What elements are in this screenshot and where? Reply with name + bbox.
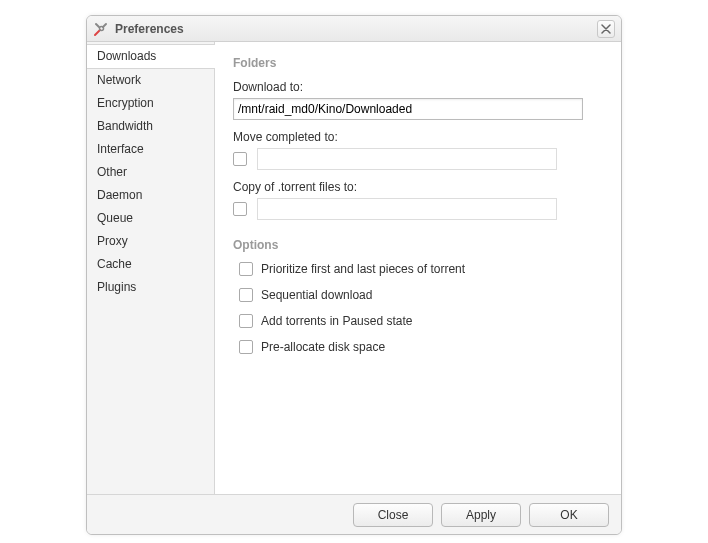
- sidebar-item-label: Interface: [97, 142, 144, 156]
- prioritize-pieces-checkbox[interactable]: [239, 262, 253, 276]
- sidebar-item-other[interactable]: Other: [87, 161, 214, 184]
- sidebar-item-queue[interactable]: Queue: [87, 207, 214, 230]
- sidebar-item-cache[interactable]: Cache: [87, 253, 214, 276]
- sidebar-item-label: Encryption: [97, 96, 154, 110]
- options-heading: Options: [233, 238, 603, 252]
- sidebar-item-label: Queue: [97, 211, 133, 225]
- close-icon: [601, 24, 611, 34]
- option-label: Prioritize first and last pieces of torr…: [261, 262, 465, 276]
- preferences-window: Preferences Downloads Network Encryption…: [86, 15, 622, 535]
- sidebar-item-bandwidth[interactable]: Bandwidth: [87, 115, 214, 138]
- wrench-screwdriver-icon: [93, 21, 109, 37]
- option-label: Pre-allocate disk space: [261, 340, 385, 354]
- paused-state-checkbox[interactable]: [239, 314, 253, 328]
- sidebar-item-encryption[interactable]: Encryption: [87, 92, 214, 115]
- copy-torrent-input[interactable]: [257, 198, 557, 220]
- option-row: Prioritize first and last pieces of torr…: [239, 262, 603, 276]
- option-row: Add torrents in Paused state: [239, 314, 603, 328]
- sidebar-item-label: Plugins: [97, 280, 136, 294]
- sidebar-item-label: Downloads: [97, 49, 156, 63]
- apply-button[interactable]: Apply: [441, 503, 521, 527]
- sidebar-item-network[interactable]: Network: [87, 69, 214, 92]
- button-label: Close: [378, 508, 409, 522]
- download-to-input[interactable]: [233, 98, 583, 120]
- titlebar: Preferences: [87, 16, 621, 42]
- sidebar-item-proxy[interactable]: Proxy: [87, 230, 214, 253]
- sidebar: Downloads Network Encryption Bandwidth I…: [87, 42, 215, 494]
- dialog-footer: Close Apply OK: [87, 494, 621, 534]
- sidebar-item-interface[interactable]: Interface: [87, 138, 214, 161]
- download-to-label: Download to:: [233, 80, 603, 94]
- window-title: Preferences: [115, 22, 184, 36]
- copy-torrent-checkbox[interactable]: [233, 202, 247, 216]
- option-label: Sequential download: [261, 288, 372, 302]
- move-completed-checkbox[interactable]: [233, 152, 247, 166]
- content-pane: Folders Download to: Move completed to: …: [215, 42, 621, 494]
- copy-torrent-label: Copy of .torrent files to:: [233, 180, 603, 194]
- button-label: OK: [560, 508, 577, 522]
- move-completed-label: Move completed to:: [233, 130, 603, 144]
- sidebar-item-plugins[interactable]: Plugins: [87, 276, 214, 299]
- sidebar-item-downloads[interactable]: Downloads: [87, 44, 215, 69]
- option-label: Add torrents in Paused state: [261, 314, 412, 328]
- sequential-download-checkbox[interactable]: [239, 288, 253, 302]
- sidebar-item-daemon[interactable]: Daemon: [87, 184, 214, 207]
- sidebar-item-label: Network: [97, 73, 141, 87]
- sidebar-item-label: Daemon: [97, 188, 142, 202]
- close-button[interactable]: Close: [353, 503, 433, 527]
- dialog-body: Downloads Network Encryption Bandwidth I…: [87, 42, 621, 494]
- sidebar-item-label: Cache: [97, 257, 132, 271]
- preallocate-checkbox[interactable]: [239, 340, 253, 354]
- sidebar-item-label: Bandwidth: [97, 119, 153, 133]
- move-completed-input[interactable]: [257, 148, 557, 170]
- button-label: Apply: [466, 508, 496, 522]
- sidebar-item-label: Other: [97, 165, 127, 179]
- ok-button[interactable]: OK: [529, 503, 609, 527]
- close-window-button[interactable]: [597, 20, 615, 38]
- folders-heading: Folders: [233, 56, 603, 70]
- option-row: Pre-allocate disk space: [239, 340, 603, 354]
- sidebar-item-label: Proxy: [97, 234, 128, 248]
- option-row: Sequential download: [239, 288, 603, 302]
